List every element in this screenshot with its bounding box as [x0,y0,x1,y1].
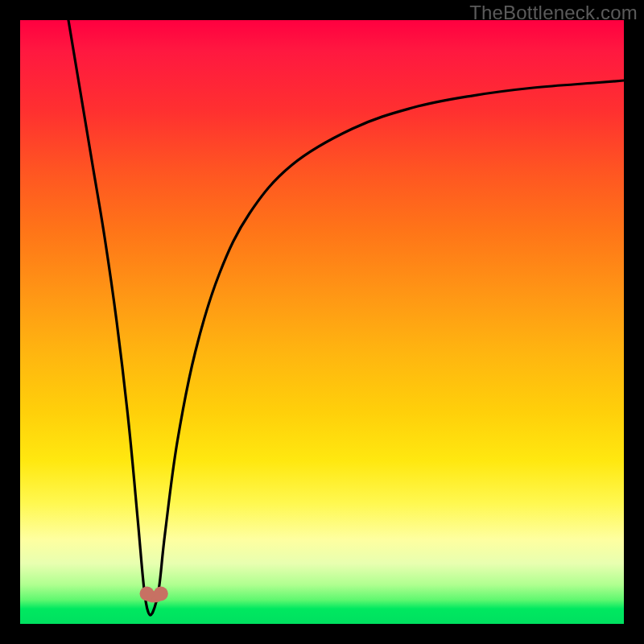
outer-frame: TheBottleneck.com [0,0,644,644]
valley-left-marker [140,587,155,601]
bottleneck-curve [68,20,624,615]
valley-right-marker [154,587,168,601]
plot-area [20,20,624,624]
curve-svg [20,20,624,624]
